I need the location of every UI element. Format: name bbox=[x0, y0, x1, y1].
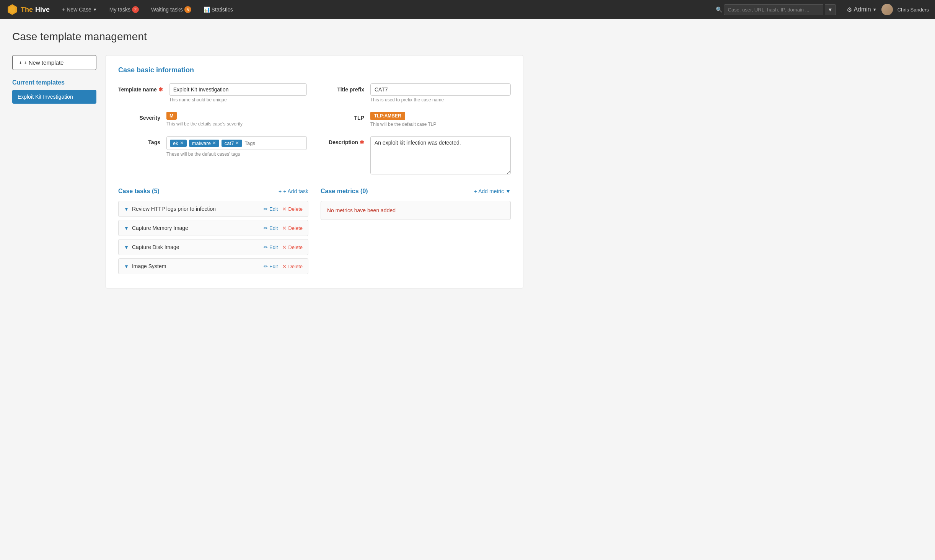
task-1-chevron-icon[interactable]: ▼ bbox=[124, 206, 129, 212]
tags-hint: These will be the default cases' tags bbox=[166, 151, 307, 157]
times-icon: ✕ bbox=[282, 225, 287, 231]
case-tasks-header: Case tasks (5) + + Add task bbox=[118, 188, 308, 195]
plus-icon: + bbox=[19, 59, 22, 66]
search-icon: 🔍 bbox=[716, 7, 722, 13]
new-case-dropdown-icon: ▼ bbox=[93, 7, 97, 12]
task-3-name: Capture Disk Image bbox=[132, 244, 179, 250]
times-icon: ✕ bbox=[282, 206, 287, 212]
task-3-chevron-icon[interactable]: ▼ bbox=[124, 244, 129, 250]
my-tasks-button[interactable]: My tasks 2 bbox=[106, 4, 142, 15]
task-2-title-area: ▼ Capture Memory Image bbox=[124, 225, 188, 231]
task-item-1-header: ▼ Review HTTP logs prior to infection ✏ … bbox=[119, 201, 308, 217]
task-2-edit-button[interactable]: ✏ Edit bbox=[264, 225, 278, 231]
task-4-delete-button[interactable]: ✕ Delete bbox=[282, 264, 303, 269]
tag-cat7-remove[interactable]: ✕ bbox=[235, 140, 239, 146]
admin-settings-button[interactable]: ⚙ Admin ▼ bbox=[847, 6, 876, 13]
tag-ek-remove[interactable]: ✕ bbox=[180, 140, 184, 146]
task-2-name: Capture Memory Image bbox=[132, 225, 188, 231]
app-name-hive: Hive bbox=[35, 6, 50, 14]
case-metrics-section: Case metrics (0) + Add metric ▼ No metri… bbox=[321, 188, 511, 277]
times-icon: ✕ bbox=[282, 264, 287, 269]
title-prefix-label: Title prefix bbox=[322, 83, 364, 93]
task-3-delete-button[interactable]: ✕ Delete bbox=[282, 244, 303, 250]
template-name-input[interactable] bbox=[169, 83, 307, 96]
task-3-actions: ✏ Edit ✕ Delete bbox=[264, 244, 303, 250]
waiting-tasks-button[interactable]: Waiting tasks 5 bbox=[148, 4, 194, 15]
add-metric-link[interactable]: + Add metric ▼ bbox=[474, 188, 511, 194]
task-1-name: Review HTTP logs prior to infection bbox=[132, 206, 216, 212]
tag-cat7: cat7 ✕ bbox=[222, 140, 243, 147]
page-content: Case template management + + New templat… bbox=[0, 19, 536, 300]
task-3-title-area: ▼ Capture Disk Image bbox=[124, 244, 179, 250]
task-2-actions: ✏ Edit ✕ Delete bbox=[264, 225, 303, 231]
tags-field: Tags ek ✕ malware ✕ c bbox=[118, 136, 307, 176]
search-dropdown-button[interactable]: ▼ bbox=[825, 4, 836, 15]
case-metrics-title: Case metrics (0) bbox=[321, 188, 368, 195]
description-field: Description ✱ An exploit kit infection w… bbox=[322, 136, 511, 176]
task-1-delete-button[interactable]: ✕ Delete bbox=[282, 206, 303, 212]
title-prefix-field: Title prefix This is used to prefix the … bbox=[322, 83, 511, 103]
app-name-the: The bbox=[21, 6, 33, 14]
new-case-button[interactable]: + New Case ▼ bbox=[59, 4, 100, 15]
task-4-name: Image System bbox=[132, 263, 166, 269]
task-1-edit-button[interactable]: ✏ Edit bbox=[264, 206, 278, 212]
severity-badge[interactable]: M bbox=[166, 112, 177, 120]
severity-hint: This will be the details case's severity bbox=[166, 121, 307, 127]
plus-icon: + bbox=[279, 188, 282, 194]
tags-text-input[interactable] bbox=[244, 140, 303, 146]
task-2-delete-button[interactable]: ✕ Delete bbox=[282, 225, 303, 231]
tlp-badge[interactable]: TLP:AMBER bbox=[370, 112, 405, 120]
title-prefix-input[interactable] bbox=[370, 83, 511, 96]
tlp-label: TLP bbox=[322, 112, 364, 121]
page-title: Case template management bbox=[12, 31, 523, 43]
add-task-link[interactable]: + + Add task bbox=[279, 188, 308, 194]
tlp-hint: This will be the default case TLP bbox=[370, 122, 511, 127]
search-container: 🔍 ▼ bbox=[716, 4, 836, 15]
pencil-icon: ✏ bbox=[264, 264, 268, 269]
tlp-field: TLP TLP:AMBER This will be the default c… bbox=[322, 112, 511, 127]
case-tasks-title: Case tasks (5) bbox=[118, 188, 160, 195]
main-layout: + + New template Current templates Explo… bbox=[12, 55, 523, 288]
top-nav-right: ⚙ Admin ▼ Chris Sanders bbox=[847, 4, 929, 15]
new-template-button[interactable]: + + New template bbox=[12, 55, 96, 70]
bar-chart-icon: 📊 bbox=[204, 7, 210, 13]
tag-ek: ek ✕ bbox=[170, 140, 187, 147]
section-basic-info-title: Case basic information bbox=[118, 66, 511, 74]
no-metrics-message: No metrics have been added bbox=[321, 201, 511, 220]
pencil-icon: ✏ bbox=[264, 244, 268, 250]
tlp-content: TLP:AMBER This will be the default case … bbox=[370, 112, 511, 127]
task-item-1: ▼ Review HTTP logs prior to infection ✏ … bbox=[118, 201, 308, 217]
sidebar: + + New template Current templates Explo… bbox=[12, 55, 96, 288]
title-prefix-hint: This is used to prefix the case name bbox=[370, 97, 511, 103]
gear-icon: ⚙ bbox=[847, 6, 852, 13]
task-item-2-header: ▼ Capture Memory Image ✏ Edit ✕ bbox=[119, 220, 308, 236]
title-prefix-content: This is used to prefix the case name bbox=[370, 83, 511, 103]
tag-malware: malware ✕ bbox=[189, 140, 219, 147]
pencil-icon: ✏ bbox=[264, 206, 268, 212]
description-content: An exploit kit infection was detected. bbox=[370, 136, 511, 176]
app-logo[interactable]: TheHive bbox=[6, 3, 50, 16]
task-item-3: ▼ Capture Disk Image ✏ Edit ✕ D bbox=[118, 239, 308, 255]
search-input[interactable] bbox=[724, 4, 823, 15]
statistics-button[interactable]: 📊 Statistics bbox=[200, 4, 236, 15]
task-4-chevron-icon[interactable]: ▼ bbox=[124, 264, 129, 269]
main-panel: Case basic information Template name ✱ T… bbox=[106, 55, 523, 288]
avatar[interactable] bbox=[881, 4, 893, 15]
template-name-label: Template name ✱ bbox=[118, 83, 163, 93]
basic-info-form: Template name ✱ This name should be uniq… bbox=[118, 83, 511, 176]
dropdown-icon: ▼ bbox=[505, 188, 511, 194]
avatar-image bbox=[881, 4, 893, 15]
bottom-grid: Case tasks (5) + + Add task ▼ Review HTT… bbox=[118, 188, 511, 277]
task-2-chevron-icon[interactable]: ▼ bbox=[124, 225, 129, 231]
severity-content: M This will be the details case's severi… bbox=[166, 112, 307, 127]
tags-container[interactable]: ek ✕ malware ✕ cat7 ✕ bbox=[166, 136, 307, 150]
severity-field: Severity M This will be the details case… bbox=[118, 112, 307, 127]
task-4-edit-button[interactable]: ✏ Edit bbox=[264, 264, 278, 269]
task-item-2: ▼ Capture Memory Image ✏ Edit ✕ bbox=[118, 220, 308, 236]
tag-malware-remove[interactable]: ✕ bbox=[212, 140, 216, 146]
template-name-hint: This name should be unique bbox=[169, 97, 307, 103]
sidebar-item-exploit-kit[interactable]: Exploit Kit Investigation bbox=[12, 90, 96, 104]
task-3-edit-button[interactable]: ✏ Edit bbox=[264, 244, 278, 250]
task-4-title-area: ▼ Image System bbox=[124, 263, 166, 269]
description-textarea[interactable]: An exploit kit infection was detected. bbox=[370, 136, 511, 174]
